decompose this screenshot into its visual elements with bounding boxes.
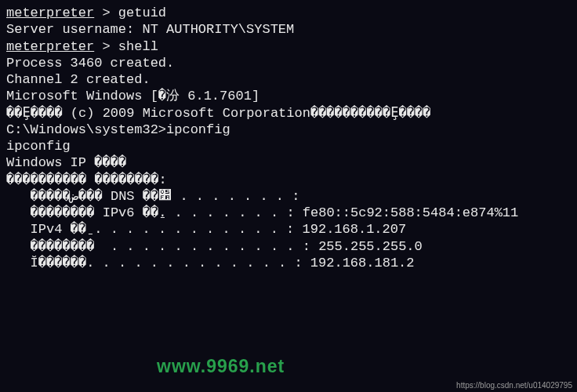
subnet-mask-line: �������� . . . . . . . . . . . . : 255.2… [6,238,571,255]
windows-version-line: Microsoft Windows [�汾 6.1.7601] [6,88,571,104]
dns-suffix-line: �����ض��� DNS ��׺ . . . . . . . : [6,188,571,205]
command-getuid: getuid [118,5,166,20]
copyright-line: ��Ȩ���� (c) 2009 Microsoft Corporation��… [6,105,571,122]
meterpreter-line-shell: meterpreter > shell [6,38,571,55]
terminal-output[interactable]: meterpreter > getuid Server username: NT… [6,5,571,271]
channel-created-line: Channel 2 created. [6,71,571,88]
default-gateway-line: Ĭ������. . . . . . . . . . . . . : 192.1… [6,255,571,271]
meterpreter-prompt: meterpreter [6,39,94,54]
meterpreter-prompt: meterpreter [6,5,94,20]
windows-ip-header: Windows IP ���� [6,154,571,171]
adapter-header: ���������� ��������: [6,172,571,188]
server-username-line: Server username: NT AUTHORITY\SYSTEM [6,21,571,38]
ipv6-address-line: �������� IPv6 ��ַ. . . . . . . . : fe80:… [6,205,571,221]
watermark-csdn-url: https://blog.csdn.net/u014029795 [456,381,572,391]
watermark-site: www.9969.net [157,355,285,378]
command-shell: shell [118,39,158,54]
ipconfig-echo-line: ipconfig [6,138,571,154]
prompt-separator: > [94,39,118,54]
ipv4-address-line: IPv4 ��ַ . . . . . . . . . . . . : 192.1… [6,221,571,238]
cmd-prompt-ipconfig: C:\Windows\system32>ipconfig [6,122,571,138]
meterpreter-line-getuid: meterpreter > getuid [6,5,571,21]
prompt-separator: > [94,5,118,20]
process-created-line: Process 3460 created. [6,55,571,71]
